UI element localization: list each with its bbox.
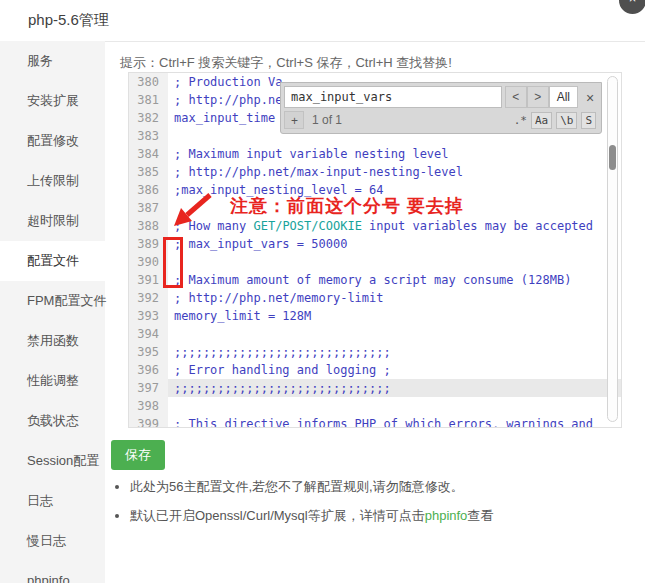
line-number: 392 xyxy=(129,289,168,307)
line-number: 398 xyxy=(129,397,168,415)
line-text: ; This directive informs PHP of which er… xyxy=(168,415,621,428)
line-text xyxy=(168,397,621,415)
line-number: 386 xyxy=(129,181,168,199)
line-text: ; How many GET/POST/COOKIE input variabl… xyxy=(168,217,621,235)
search-match-counter: 1 of 1 xyxy=(312,113,342,127)
case-sensitive-toggle[interactable]: Aa xyxy=(531,112,552,129)
line-number: 394 xyxy=(129,325,168,343)
in-selection-toggle[interactable]: S xyxy=(581,112,596,129)
line-number: 391 xyxy=(129,271,168,289)
config-file-editor[interactable]: 380; Production Va381; http://php.ne382m… xyxy=(128,72,622,428)
line-number: 396 xyxy=(129,361,168,379)
footer-note-2: 默认已开启Openssl/Curl/Mysql等扩展，详情可点击phpinfo查… xyxy=(130,507,493,525)
toggle-replace-button[interactable]: + xyxy=(284,111,304,129)
sidebar-item[interactable]: 超时限制 xyxy=(0,201,105,241)
line-text: ; http://php.net/max-input-nesting-level xyxy=(168,163,621,181)
line-number: 387 xyxy=(129,199,168,217)
editor-line: 387 xyxy=(129,199,621,217)
editor-line: 399; This directive informs PHP of which… xyxy=(129,415,621,428)
search-close-icon[interactable]: × xyxy=(580,86,598,108)
dialog-header: php-5.6管理 × xyxy=(0,0,645,42)
whole-word-toggle[interactable]: \b xyxy=(556,112,577,129)
editor-line: 384; Maximum input variable nesting leve… xyxy=(129,145,621,163)
find-next-button[interactable]: > xyxy=(527,86,549,108)
line-number: 381 xyxy=(129,91,168,109)
sidebar-item[interactable]: Session配置 xyxy=(0,441,105,481)
sidebar-item[interactable]: 负载状态 xyxy=(0,401,105,441)
sidebar-item[interactable]: 安装扩展 xyxy=(0,81,105,121)
editor-line: 393memory_limit = 128M xyxy=(129,307,621,325)
line-number: 390 xyxy=(129,253,168,271)
footer-notes: 此处为56主配置文件,若您不了解配置规则,请勿随意修改。 默认已开启Openss… xyxy=(114,478,493,536)
editor-line: 394 xyxy=(129,325,621,343)
editor-line: 392; http://php.net/memory-limit xyxy=(129,289,621,307)
search-input[interactable] xyxy=(284,86,502,108)
line-text: memory_limit = 128M xyxy=(168,307,621,325)
sidebar-item[interactable]: 日志 xyxy=(0,481,105,521)
dialog-title: php-5.6管理 xyxy=(28,11,109,30)
php-manager-dialog: php-5.6管理 × 服务安装扩展配置修改上传限制超时限制配置文件FPM配置文… xyxy=(0,0,645,583)
line-text: ; Error handling and logging ; xyxy=(168,361,621,379)
sidebar-item[interactable]: 服务 xyxy=(0,41,105,81)
search-panel: < > All × + 1 of 1 .* Aa \b S xyxy=(280,82,602,134)
editor-hint-text: 提示：Ctrl+F 搜索关键字，Ctrl+S 保存，Ctrl+H 查找替换! xyxy=(120,54,452,72)
line-number: 395 xyxy=(129,343,168,361)
sidebar-item[interactable]: 配置文件 xyxy=(0,241,105,281)
sidebar-item[interactable]: 禁用函数 xyxy=(0,321,105,361)
line-text: ; http://php.net/memory-limit xyxy=(168,289,621,307)
line-number: 399 xyxy=(129,415,168,428)
find-all-button[interactable]: All xyxy=(549,86,578,108)
line-number: 382 xyxy=(129,109,168,127)
search-row-find: < > All × xyxy=(281,83,601,110)
sidebar-item[interactable]: 慢日志 xyxy=(0,521,105,561)
line-text: ; Maximum input variable nesting level xyxy=(168,145,621,163)
close-button[interactable]: × xyxy=(619,0,645,14)
sidebar-item[interactable]: 性能调整 xyxy=(0,361,105,401)
sidebar: 服务安装扩展配置修改上传限制超时限制配置文件FPM配置文件禁用函数性能调整负载状… xyxy=(0,41,105,583)
editor-line: 390 xyxy=(129,253,621,271)
line-number: 389 xyxy=(129,235,168,253)
close-icon: × xyxy=(629,0,637,6)
line-text: ; Maximum amount of memory a script may … xyxy=(168,271,621,289)
line-number: 383 xyxy=(129,127,168,145)
line-number: 397 xyxy=(129,379,168,397)
search-row-options: + 1 of 1 .* Aa \b S xyxy=(281,110,601,133)
line-number: 384 xyxy=(129,145,168,163)
editor-line: 397;;;;;;;;;;;;;;;;;;;;;;;;;;;;;; xyxy=(129,379,621,397)
line-text xyxy=(168,325,621,343)
editor-line: 385; http://php.net/max-input-nesting-le… xyxy=(129,163,621,181)
sidebar-item[interactable]: FPM配置文件 xyxy=(0,281,105,321)
save-button[interactable]: 保存 xyxy=(111,440,165,470)
sidebar-item[interactable]: 配置修改 xyxy=(0,121,105,161)
editor-line: 389; max_input_vars = 50000 xyxy=(129,235,621,253)
line-number: 393 xyxy=(129,307,168,325)
editor-line: 386;max_input_nesting_level = 64 xyxy=(129,181,621,199)
line-text xyxy=(168,199,621,217)
line-number: 380 xyxy=(129,73,168,91)
line-text xyxy=(168,253,621,271)
editor-line: 388; How many GET/POST/COOKIE input vari… xyxy=(129,217,621,235)
line-text: ; max_input_vars = 50000 xyxy=(168,235,621,253)
editor-line: 391; Maximum amount of memory a script m… xyxy=(129,271,621,289)
editor-scrollbar[interactable] xyxy=(607,76,618,422)
sidebar-item[interactable]: 上传限制 xyxy=(0,161,105,201)
line-number: 388 xyxy=(129,217,168,235)
line-text: ;max_input_nesting_level = 64 xyxy=(168,181,621,199)
regex-toggle[interactable]: .* xyxy=(514,114,527,127)
footer-note-1: 此处为56主配置文件,若您不了解配置规则,请勿随意修改。 xyxy=(130,478,493,496)
editor-line: 398 xyxy=(129,397,621,415)
editor-line: 395;;;;;;;;;;;;;;;;;;;;;;;;;;;;;; xyxy=(129,343,621,361)
line-text: ;;;;;;;;;;;;;;;;;;;;;;;;;;;;;; xyxy=(168,379,621,397)
find-prev-button[interactable]: < xyxy=(505,86,527,108)
line-text: ;;;;;;;;;;;;;;;;;;;;;;;;;;;;;; xyxy=(168,343,621,361)
editor-scrollbar-thumb[interactable] xyxy=(609,145,616,170)
phpinfo-link[interactable]: phpinfo xyxy=(425,508,468,523)
sidebar-item[interactable]: phpinfo xyxy=(0,561,105,583)
editor-line: 396; Error handling and logging ; xyxy=(129,361,621,379)
line-number: 385 xyxy=(129,163,168,181)
